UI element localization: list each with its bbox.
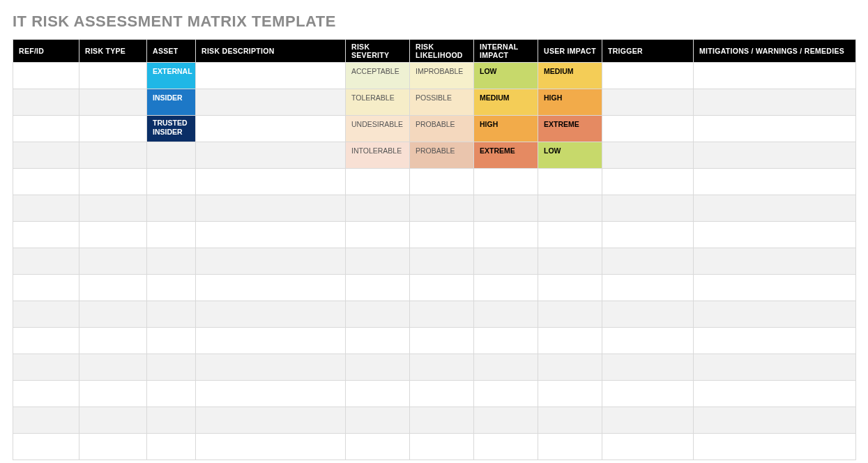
cell-empty[interactable] <box>13 169 79 195</box>
cell-risktype[interactable] <box>79 63 147 89</box>
cell-empty[interactable] <box>474 275 538 301</box>
cell-empty[interactable] <box>538 354 602 381</box>
cell-empty[interactable] <box>13 301 79 328</box>
cell-trigger[interactable] <box>602 89 694 116</box>
cell-empty[interactable] <box>13 407 79 434</box>
cell-empty[interactable] <box>410 381 474 407</box>
cell-empty[interactable] <box>474 222 538 248</box>
cell-empty[interactable] <box>602 248 694 275</box>
cell-likely[interactable]: IMPROBABLE <box>410 63 474 89</box>
cell-empty[interactable] <box>346 195 410 222</box>
cell-empty[interactable] <box>538 301 602 328</box>
cell-empty[interactable] <box>538 381 602 407</box>
cell-asset[interactable]: EXTERNAL <box>147 63 196 89</box>
cell-empty[interactable] <box>79 195 147 222</box>
cell-empty[interactable] <box>147 169 196 195</box>
cell-empty[interactable] <box>79 381 147 407</box>
cell-empty[interactable] <box>602 222 694 248</box>
cell-empty[interactable] <box>79 222 147 248</box>
cell-empty[interactable] <box>346 169 410 195</box>
cell-empty[interactable] <box>147 434 196 460</box>
cell-user[interactable]: LOW <box>538 142 602 169</box>
cell-empty[interactable] <box>694 169 856 195</box>
cell-empty[interactable] <box>410 407 474 434</box>
cell-empty[interactable] <box>13 195 79 222</box>
cell-empty[interactable] <box>474 381 538 407</box>
cell-empty[interactable] <box>602 328 694 354</box>
cell-empty[interactable] <box>196 275 346 301</box>
cell-likely[interactable]: PROBABLE <box>410 142 474 169</box>
cell-empty[interactable] <box>474 328 538 354</box>
cell-empty[interactable] <box>694 407 856 434</box>
cell-empty[interactable] <box>410 328 474 354</box>
cell-empty[interactable] <box>196 195 346 222</box>
cell-empty[interactable] <box>474 195 538 222</box>
cell-empty[interactable] <box>694 328 856 354</box>
cell-empty[interactable] <box>346 248 410 275</box>
cell-internal[interactable]: EXTREME <box>474 142 538 169</box>
cell-empty[interactable] <box>346 407 410 434</box>
cell-empty[interactable] <box>474 248 538 275</box>
cell-empty[interactable] <box>410 195 474 222</box>
cell-empty[interactable] <box>13 275 79 301</box>
cell-empty[interactable] <box>13 381 79 407</box>
cell-empty[interactable] <box>346 222 410 248</box>
cell-trigger[interactable] <box>602 116 694 142</box>
cell-empty[interactable] <box>474 301 538 328</box>
cell-empty[interactable] <box>13 222 79 248</box>
cell-empty[interactable] <box>694 381 856 407</box>
cell-empty[interactable] <box>602 407 694 434</box>
cell-refid[interactable] <box>13 63 79 89</box>
cell-empty[interactable] <box>196 222 346 248</box>
cell-empty[interactable] <box>79 407 147 434</box>
cell-asset[interactable]: INSIDER <box>147 89 196 116</box>
cell-risktype[interactable] <box>79 142 147 169</box>
cell-empty[interactable] <box>13 328 79 354</box>
cell-internal[interactable]: HIGH <box>474 116 538 142</box>
cell-internal[interactable]: MEDIUM <box>474 89 538 116</box>
cell-empty[interactable] <box>538 434 602 460</box>
cell-empty[interactable] <box>602 301 694 328</box>
cell-mit[interactable] <box>694 89 856 116</box>
cell-empty[interactable] <box>538 275 602 301</box>
cell-riskdesc[interactable] <box>196 142 346 169</box>
cell-empty[interactable] <box>13 354 79 381</box>
cell-empty[interactable] <box>410 301 474 328</box>
cell-empty[interactable] <box>147 328 196 354</box>
cell-empty[interactable] <box>694 222 856 248</box>
cell-empty[interactable] <box>538 248 602 275</box>
cell-empty[interactable] <box>410 169 474 195</box>
cell-mit[interactable] <box>694 142 856 169</box>
cell-empty[interactable] <box>602 381 694 407</box>
cell-empty[interactable] <box>474 407 538 434</box>
cell-empty[interactable] <box>410 275 474 301</box>
cell-empty[interactable] <box>538 195 602 222</box>
cell-empty[interactable] <box>196 248 346 275</box>
cell-empty[interactable] <box>602 169 694 195</box>
cell-riskdesc[interactable] <box>196 116 346 142</box>
cell-internal[interactable]: LOW <box>474 63 538 89</box>
cell-refid[interactable] <box>13 142 79 169</box>
cell-empty[interactable] <box>346 381 410 407</box>
cell-user[interactable]: HIGH <box>538 89 602 116</box>
cell-empty[interactable] <box>346 328 410 354</box>
cell-empty[interactable] <box>147 301 196 328</box>
cell-empty[interactable] <box>196 381 346 407</box>
cell-risktype[interactable] <box>79 89 147 116</box>
cell-empty[interactable] <box>410 222 474 248</box>
cell-empty[interactable] <box>196 434 346 460</box>
cell-empty[interactable] <box>79 275 147 301</box>
cell-empty[interactable] <box>346 301 410 328</box>
cell-empty[interactable] <box>147 222 196 248</box>
cell-empty[interactable] <box>196 169 346 195</box>
cell-severity[interactable]: ACCEPTABLE <box>346 63 410 89</box>
cell-empty[interactable] <box>147 354 196 381</box>
cell-empty[interactable] <box>147 275 196 301</box>
cell-risktype[interactable] <box>79 116 147 142</box>
cell-empty[interactable] <box>410 248 474 275</box>
cell-riskdesc[interactable] <box>196 63 346 89</box>
cell-empty[interactable] <box>538 222 602 248</box>
cell-empty[interactable] <box>602 434 694 460</box>
cell-empty[interactable] <box>79 354 147 381</box>
cell-mit[interactable] <box>694 116 856 142</box>
